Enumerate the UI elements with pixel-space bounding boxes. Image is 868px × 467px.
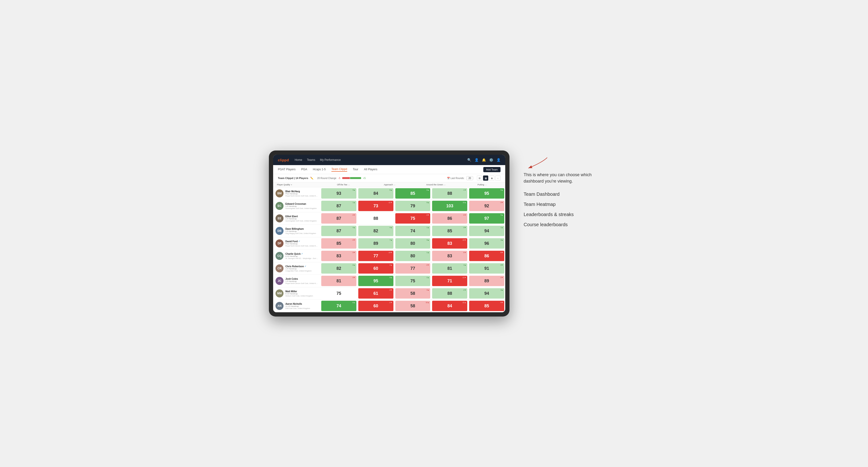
score-box[interactable]: 75-3▼ — [395, 213, 431, 224]
score-box[interactable]: 5810▲ — [395, 301, 431, 311]
score-box[interactable]: 83-6▼ — [432, 251, 467, 261]
th-putting[interactable]: Putting — — [459, 182, 505, 187]
score-box[interactable]: 799▲ — [395, 201, 431, 211]
score-box[interactable]: 75 — [321, 288, 356, 299]
score-cell: 943▲ — [468, 287, 505, 300]
user-icon[interactable]: 👤 — [474, 158, 478, 162]
score-box[interactable]: 84-21▲ — [432, 301, 467, 311]
nav-my-performance[interactable]: My Performance — [320, 158, 341, 161]
score-box[interactable]: 77-14▼ — [358, 251, 394, 261]
player-info[interactable]: EEElliot Ebert1-5 HandicapSunningdale Go… — [273, 213, 320, 224]
score-box[interactable]: 871▲ — [321, 201, 356, 211]
sub-nav-all-players[interactable]: All Players — [364, 168, 377, 172]
score-box[interactable]: 741▲ — [395, 226, 431, 236]
score-box[interactable]: 86-8▼ — [469, 251, 504, 261]
score-box[interactable]: 89-2▼ — [469, 276, 504, 286]
score-box[interactable]: 941▲ — [469, 226, 504, 236]
chart-view-button[interactable]: ♟ — [489, 176, 494, 181]
score-box[interactable]: 91-3▼ — [469, 263, 504, 274]
score-cell: 846▲ — [357, 187, 394, 199]
score-box[interactable]: 92-3▼ — [469, 201, 504, 211]
score-box[interactable]: 959▲ — [469, 188, 504, 198]
table-view-button[interactable]: ▦ — [483, 176, 488, 181]
score-value: 73 — [373, 204, 378, 209]
player-info[interactable]: DFDavid Ford✓Plus HandicapRoyal North De… — [273, 238, 320, 249]
player-info[interactable]: ECEdward Crossman1-5 HandicapSunningdale… — [273, 200, 320, 211]
score-value: 88 — [447, 291, 452, 296]
download-button[interactable]: ↓ — [495, 176, 500, 181]
settings-icon[interactable]: ⚙️ — [489, 158, 493, 162]
score-box[interactable]: 73-11▼ — [358, 201, 394, 211]
player-row: CQCharlie Quick✓6-10 HandicapSt. George'… — [273, 250, 505, 262]
th-around-green[interactable]: Around the Green — — [413, 182, 459, 187]
add-team-button[interactable]: Add Team — [483, 167, 500, 172]
score-box[interactable]: 975▲ — [469, 213, 504, 224]
score-change: 4▲ — [390, 227, 392, 228]
score-box[interactable]: 85-4▼ — [469, 301, 504, 311]
score-box[interactable]: 85-3▼ — [432, 226, 467, 236]
th-approach[interactable]: Approach — — [367, 182, 413, 187]
nav-home[interactable]: Home — [294, 158, 302, 161]
score-box[interactable]: 82-3▲ — [321, 263, 356, 274]
score-box[interactable]: 752▲ — [395, 276, 431, 286]
score-box[interactable]: 88-2▼ — [432, 288, 467, 299]
score-box[interactable]: 88-1▼ — [432, 188, 467, 198]
score-box[interactable]: 86-6▼ — [432, 213, 467, 224]
player-info[interactable]: CRChris Robertson✓1-5 HandicapCraigmilla… — [273, 263, 320, 274]
score-box[interactable]: 602▲ — [358, 263, 394, 274]
score-box[interactable]: 10315▲ — [432, 201, 467, 211]
score-box[interactable]: 897▲ — [358, 238, 394, 249]
score-box[interactable]: 943▲ — [469, 288, 504, 299]
score-box[interactable]: 60-1▼ — [358, 301, 394, 311]
score-change: 1▲ — [500, 227, 503, 228]
player-info[interactable]: DBDave Billingham1-5 HandicapGog Magog G… — [273, 225, 320, 236]
score-box[interactable]: 87-3▼ — [321, 213, 356, 224]
score-box[interactable]: 77-3▼ — [395, 263, 431, 274]
sub-nav-pgat[interactable]: PGAT Players — [278, 168, 296, 172]
bell-icon[interactable]: 🔔 — [482, 158, 486, 162]
sub-nav-tour[interactable]: Tour — [353, 168, 358, 172]
score-box[interactable]: 858▲ — [395, 188, 431, 198]
score-box[interactable]: 874▲ — [321, 226, 356, 236]
score-box[interactable]: 846▲ — [358, 188, 394, 198]
player-info[interactable]: JCJosh Coles1-5 HandicapRoyal North Devo… — [273, 276, 320, 286]
score-box[interactable]: 74-8▲ — [321, 301, 356, 311]
score-box[interactable]: 81-3▼ — [321, 276, 356, 286]
edit-icon[interactable]: ✏️ — [310, 177, 313, 180]
score-box[interactable]: 61-3▼ — [358, 288, 394, 299]
th-player-quality[interactable]: Player Quality ▾ — [273, 182, 320, 187]
score-box[interactable]: 958▲ — [358, 276, 394, 286]
score-box[interactable]: 963▲ — [469, 238, 504, 249]
search-icon[interactable]: 🔍 — [467, 158, 471, 162]
score-box[interactable]: 824▲ — [358, 226, 394, 236]
score-box[interactable]: 83-10▼ — [432, 238, 467, 249]
score-box[interactable]: 83-3▼ — [321, 251, 356, 261]
round-bar-green — [350, 177, 361, 179]
score-value: 77 — [373, 253, 378, 258]
score-box[interactable]: 939▲ — [321, 188, 356, 198]
score-change: -3▼ — [426, 214, 429, 216]
score-box[interactable]: 71-11▼ — [432, 276, 467, 286]
score-box[interactable]: 584▲ — [395, 288, 431, 299]
sub-nav-team-clippd[interactable]: Team Clippd — [331, 167, 347, 172]
player-info[interactable]: MMMatt Miller6-10 HandicapWoburn Golf Cl… — [273, 288, 320, 299]
last-rounds-value[interactable]: 20 — [466, 176, 473, 180]
round-bar — [342, 177, 361, 179]
score-change: 4▲ — [464, 264, 466, 266]
score-box[interactable]: 814▲ — [432, 263, 467, 274]
sub-nav-pga[interactable]: PGA — [301, 168, 307, 172]
player-info[interactable]: ANAaron Nicholls11-15 HandicapDrift Golf… — [273, 301, 320, 311]
score-change: 7▲ — [390, 239, 392, 241]
nav-teams[interactable]: Teams — [307, 158, 315, 161]
th-off-tee[interactable]: Off the Tee — — [320, 182, 367, 187]
score-box[interactable]: 801▲ — [395, 251, 431, 261]
score-box[interactable]: 88 — [358, 213, 394, 224]
score-box[interactable]: 803▲ — [395, 238, 431, 249]
score-value: 82 — [336, 266, 341, 271]
sub-nav-hcaps[interactable]: Hcaps 1-5 — [313, 168, 326, 172]
player-info[interactable]: CQCharlie Quick✓6-10 HandicapSt. George'… — [273, 250, 320, 261]
avatar-icon[interactable]: 👤 — [497, 158, 500, 162]
grid-view-button[interactable]: ⊞ — [477, 176, 482, 181]
score-box[interactable]: 85-3▼ — [321, 238, 356, 249]
player-info[interactable]: BMBlair McHargPlus HandicapRoyal North D… — [273, 188, 320, 199]
